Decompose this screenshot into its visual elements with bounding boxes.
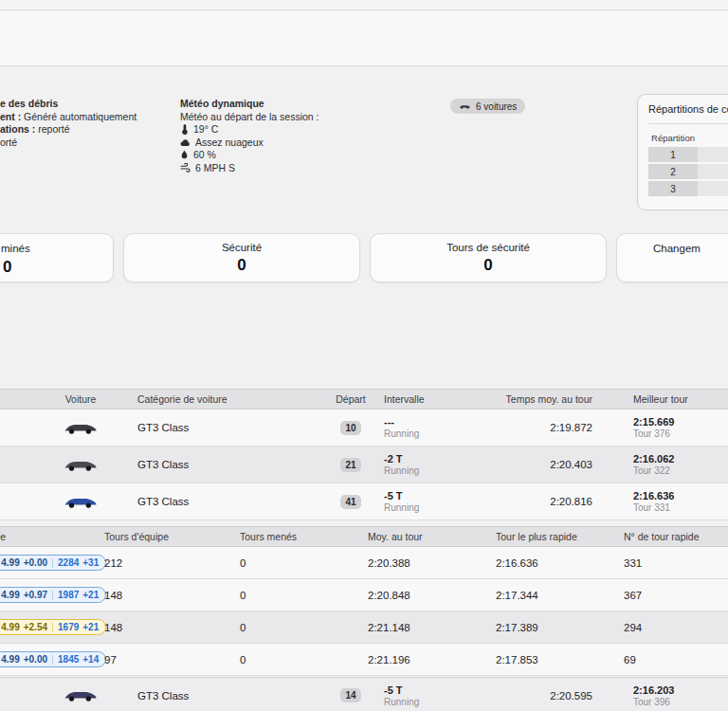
interval: -5 T bbox=[384, 490, 502, 501]
results-table: Voiture Catégorie de voiture Départ Inte… bbox=[0, 389, 728, 520]
best-lap-time: 2:16.636 bbox=[633, 490, 728, 501]
status: Running bbox=[384, 697, 502, 707]
fastest-lap-time: 2:17.853 bbox=[496, 654, 624, 665]
setting-line: ations : reporté bbox=[0, 123, 136, 137]
column-header-start: Départ bbox=[322, 393, 379, 405]
start-position-badge: 10 bbox=[340, 421, 361, 435]
thermometer-icon bbox=[180, 124, 189, 135]
laps-led: 0 bbox=[240, 590, 368, 601]
start-position-badge: 41 bbox=[340, 495, 361, 509]
start-position-badge: 21 bbox=[340, 458, 361, 472]
weather-item: 19° C bbox=[180, 123, 319, 137]
car-class: GT3 Class bbox=[123, 459, 322, 470]
car-image bbox=[63, 688, 99, 702]
table-row[interactable]: GT3 Class 14 -5 TRunning 2:20.595 2:16.2… bbox=[0, 677, 728, 711]
humidity-icon bbox=[180, 150, 189, 160]
avg-lap-time: 2:20.403 bbox=[502, 459, 592, 470]
car-class: GT3 Class bbox=[123, 496, 322, 507]
splits-table: Répartition 1 2 3 bbox=[648, 129, 728, 198]
driver-row: C4.99+2.541679+21 148 0 2:21.148 2:17.38… bbox=[0, 611, 728, 644]
stat-card-safety: Sécurité 0 bbox=[123, 233, 360, 283]
team-laps: 97 bbox=[104, 654, 240, 665]
column-header-fastest-lap: Tour le plus rapide bbox=[496, 531, 624, 542]
column-header-fastest-lap-number: N° de tour rapide bbox=[624, 531, 728, 542]
best-lap-number: Tour 331 bbox=[633, 502, 728, 513]
best-lap-time: 2:15.669 bbox=[633, 416, 728, 428]
laps-led: 0 bbox=[240, 557, 368, 569]
best-lap-number: Tour 376 bbox=[633, 428, 728, 439]
fastest-lap-time: 2:17.389 bbox=[496, 622, 624, 633]
cars-count-badge: 6 voitures bbox=[450, 99, 525, 114]
window-top-bar bbox=[0, 0, 728, 10]
avg-lap-time: 2:19.872 bbox=[502, 422, 592, 433]
debris-title: e des débris bbox=[0, 98, 136, 111]
splits-column-header: Répartition bbox=[648, 131, 698, 145]
fastest-lap-number: 69 bbox=[624, 654, 728, 665]
setting-line: ent : Généré automatiquement bbox=[0, 111, 136, 124]
car-class: GT3 Class bbox=[123, 422, 322, 433]
results-table-header: Voiture Catégorie de voiture Départ Inte… bbox=[0, 389, 728, 410]
avg-lap-time: 2:21.196 bbox=[368, 654, 496, 665]
table-row[interactable]: GT3 Class 41 -5 TRunning 2:20.816 2:16.6… bbox=[0, 483, 728, 520]
splits-row[interactable]: 1 bbox=[648, 147, 728, 162]
laps-led: 0 bbox=[240, 622, 368, 633]
weather-item: 6 MPH S bbox=[180, 162, 319, 175]
license-badge: A4.99+0.002284+31 bbox=[0, 555, 106, 571]
interval: --- bbox=[384, 416, 502, 428]
column-header-car: Voiture bbox=[38, 393, 123, 405]
weather-title: Météo dynamique bbox=[180, 98, 319, 111]
avg-lap-time: 2:20.816 bbox=[502, 496, 592, 507]
column-header-best-lap: Meilleur tour bbox=[592, 393, 728, 405]
best-lap-time: 2:16.203 bbox=[633, 684, 728, 696]
avg-lap-time: 2:21.148 bbox=[368, 622, 496, 633]
team-table-header: Licence Tours d'équipe Tours menés Moy. … bbox=[0, 526, 728, 547]
license-badge: A4.99+0.971987+21 bbox=[0, 587, 106, 603]
column-header-class: Catégorie de voiture bbox=[123, 393, 322, 405]
driver-row: A4.99+0.971987+21 148 0 2:20.848 2:17.34… bbox=[0, 579, 728, 611]
team-laps: 148 bbox=[104, 622, 240, 633]
fastest-lap-number: 367 bbox=[624, 590, 728, 601]
column-header-avg-lap: Temps moy. au tour bbox=[502, 393, 592, 405]
car-image bbox=[63, 458, 99, 472]
status: Running bbox=[384, 428, 502, 439]
results-table-continuation: GT3 Class 14 -5 TRunning 2:20.595 2:16.2… bbox=[0, 677, 728, 711]
splits-row[interactable]: 3 bbox=[648, 181, 728, 196]
column-header-interval: Intervalle bbox=[379, 393, 502, 405]
weather-block: Météo dynamique Météo au départ de la se… bbox=[180, 98, 319, 174]
license-badge: C4.99+2.541679+21 bbox=[0, 619, 106, 635]
fastest-lap-number: 331 bbox=[624, 557, 728, 569]
session-settings-block: e des débris ent : Généré automatiquemen… bbox=[0, 98, 136, 149]
best-lap-number: Tour 396 bbox=[633, 697, 728, 707]
car-image bbox=[63, 495, 99, 509]
stat-card-driver-changes: Changem bbox=[616, 233, 728, 283]
table-row[interactable]: GT3 Class 10 ---Running 2:19.872 2:15.66… bbox=[0, 410, 728, 447]
stat-card-safety-laps: Tours de sécurité 0 bbox=[370, 233, 607, 283]
driver-row: A4.99+0.001845+14 97 0 2:21.196 2:17.853… bbox=[0, 644, 728, 676]
table-row[interactable]: GT3 Class 21 -2 TRunning 2:20.403 2:16.0… bbox=[0, 447, 728, 483]
splits-panel: Répartitions de cours Répartition 1 2 3 bbox=[637, 94, 728, 210]
weather-item: 60 % bbox=[180, 149, 319, 162]
license-badge: A4.99+0.001845+14 bbox=[0, 651, 106, 667]
column-header-licence: Licence bbox=[0, 531, 104, 542]
splits-row[interactable]: 2 bbox=[648, 164, 728, 179]
weather-item: Assez nuageux bbox=[180, 137, 319, 150]
stat-card-laps-completed: minés 0 bbox=[0, 233, 114, 283]
car-icon bbox=[459, 103, 471, 110]
fastest-lap-number: 294 bbox=[624, 622, 728, 633]
avg-lap-time: 2:20.595 bbox=[502, 690, 592, 702]
weather-subtitle: Météo au départ de la session : bbox=[180, 111, 319, 124]
car-class: GT3 Class bbox=[123, 690, 322, 702]
interval: -5 T bbox=[384, 684, 502, 696]
session-results-page: e des débris ent : Généré automatiquemen… bbox=[0, 0, 728, 711]
column-header-team-laps: Tours d'équipe bbox=[104, 531, 240, 542]
car-image bbox=[63, 421, 99, 435]
toolbar-area bbox=[0, 10, 728, 66]
status: Running bbox=[384, 465, 502, 476]
avg-lap-time: 2:20.848 bbox=[368, 590, 496, 601]
best-lap-number: Tour 322 bbox=[633, 465, 728, 476]
start-position-badge: 14 bbox=[340, 688, 361, 702]
wind-icon bbox=[180, 163, 191, 173]
fastest-lap-time: 2:16.636 bbox=[496, 557, 624, 569]
interval: -2 T bbox=[384, 453, 502, 465]
team-table: Licence Tours d'équipe Tours menés Moy. … bbox=[0, 526, 728, 676]
